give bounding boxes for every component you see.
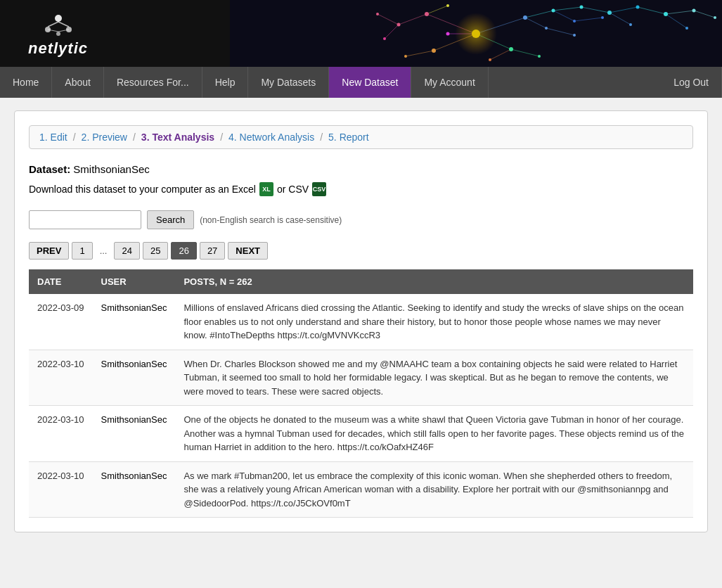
svg-point-42: [446, 4, 449, 7]
cell-date: 2022-03-10: [29, 350, 93, 406]
download-text: Download this dataset to your computer a…: [29, 184, 256, 195]
cell-post: Millions of enslaved Africans died cross…: [175, 294, 693, 350]
cell-post: One of the objects he donated to the mus…: [175, 406, 693, 462]
nav-my-datasets[interactable]: My Datasets: [248, 67, 329, 98]
col-posts: POSTS, N = 262: [175, 269, 693, 294]
logo-text: netlytic: [28, 39, 88, 58]
nav-help[interactable]: Help: [202, 67, 249, 98]
nav-new-dataset[interactable]: New Dataset: [329, 67, 411, 98]
svg-point-48: [376, 13, 379, 15]
svg-point-40: [446, 32, 450, 36]
svg-point-41: [397, 23, 401, 27]
search-input[interactable]: [29, 210, 141, 229]
cell-date: 2022-03-10: [29, 461, 93, 518]
cell-post: When Dr. Charles Blockson showed me and …: [175, 350, 693, 406]
svg-point-3: [56, 32, 60, 36]
svg-point-58: [692, 9, 696, 13]
cell-user: SmithsonianSec: [93, 461, 176, 518]
logo-icon: [41, 10, 76, 38]
nav-my-account[interactable]: My Account: [411, 67, 488, 98]
nav-home[interactable]: Home: [0, 67, 52, 98]
svg-point-54: [601, 16, 604, 19]
svg-point-39: [432, 49, 436, 53]
cell-user: SmithsonianSec: [93, 294, 176, 350]
search-bar: Search (non-English search is case-sensi…: [29, 210, 693, 229]
breadcrumb: 1. Edit / 2. Preview / 3. Text Analysis …: [29, 125, 693, 149]
svg-point-37: [523, 15, 527, 20]
svg-point-60: [714, 16, 716, 19]
pagination-dots: ...: [96, 243, 112, 259]
svg-point-35: [472, 30, 480, 38]
svg-point-50: [580, 6, 584, 9]
main-content: 1. Edit / 2. Preview / 3. Text Analysis …: [14, 110, 708, 532]
svg-point-38: [509, 47, 513, 51]
col-date: DATE: [29, 269, 93, 294]
svg-point-46: [489, 58, 491, 61]
svg-point-56: [629, 23, 632, 26]
breadcrumb-step-5[interactable]: 5. Report: [328, 132, 369, 143]
table-row: 2022-03-09 SmithsonianSec Millions of en…: [29, 294, 693, 350]
svg-point-51: [573, 20, 576, 23]
svg-point-52: [573, 34, 576, 37]
csv-icon[interactable]: CSV: [312, 182, 326, 196]
breadcrumb-sep-2: /: [133, 132, 136, 143]
table-header-row: DATE USER POSTS, N = 262: [29, 269, 693, 294]
breadcrumb-step-2[interactable]: 2. Preview: [82, 132, 127, 143]
svg-point-44: [545, 27, 548, 30]
svg-point-47: [404, 55, 407, 58]
search-note: (non-English search is case-sensitive): [200, 215, 342, 225]
main-nav: Home About Resources For... Help My Data…: [0, 67, 722, 98]
nav-logout[interactable]: Log Out: [661, 67, 722, 98]
table-row: 2022-03-10 SmithsonianSec As we mark #Tu…: [29, 461, 693, 518]
pagination-page-26[interactable]: 26: [171, 242, 196, 260]
pagination-page-27[interactable]: 27: [200, 242, 225, 260]
nav-resources[interactable]: Resources For...: [104, 67, 202, 98]
table-row: 2022-03-10 SmithsonianSec One of the obj…: [29, 406, 693, 462]
col-user: USER: [93, 269, 176, 294]
breadcrumb-step-3: 3. Text Analysis: [141, 132, 214, 143]
svg-point-55: [636, 6, 640, 9]
dataset-label: Dataset:: [29, 163, 70, 175]
excel-icon[interactable]: XL: [259, 182, 273, 196]
svg-point-53: [607, 11, 612, 15]
svg-line-5: [58, 22, 69, 27]
pagination-prev[interactable]: PREV: [29, 242, 69, 260]
logo: netlytic: [0, 10, 88, 58]
svg-point-49: [383, 37, 386, 40]
download-line: Download this dataset to your computer a…: [29, 182, 693, 196]
svg-line-4: [48, 22, 58, 27]
or-text: or CSV: [277, 184, 309, 195]
breadcrumb-sep-1: /: [73, 132, 76, 143]
cell-date: 2022-03-09: [29, 294, 93, 350]
pagination-page-25[interactable]: 25: [143, 242, 168, 260]
dataset-title: Dataset: SmithsonianSec: [29, 163, 693, 175]
pagination-page-24[interactable]: 24: [114, 242, 139, 260]
banner: netlytic: [0, 0, 722, 67]
pagination-next[interactable]: NEXT: [228, 242, 268, 260]
svg-point-0: [55, 15, 62, 22]
pagination: PREV 1 ... 24 25 26 27 NEXT: [29, 242, 693, 260]
breadcrumb-step-1[interactable]: 1. Edit: [39, 132, 67, 143]
search-button[interactable]: Search: [147, 210, 194, 229]
posts-table: DATE USER POSTS, N = 262 2022-03-09 Smit…: [29, 269, 693, 518]
svg-point-36: [425, 12, 429, 16]
svg-point-43: [552, 9, 555, 13]
svg-point-57: [664, 12, 668, 16]
nav-about[interactable]: About: [52, 67, 104, 98]
cell-post: As we mark #Tubman200, let us embrace th…: [175, 461, 693, 518]
svg-point-45: [538, 55, 541, 58]
svg-point-59: [685, 27, 688, 30]
dataset-name: SmithsonianSec: [73, 163, 149, 175]
breadcrumb-step-4[interactable]: 4. Network Analysis: [228, 132, 314, 143]
cell-date: 2022-03-10: [29, 406, 93, 462]
cell-user: SmithsonianSec: [93, 406, 176, 462]
pagination-page-1[interactable]: 1: [72, 242, 92, 260]
cell-user: SmithsonianSec: [93, 350, 176, 406]
network-bg-visual: [230, 0, 722, 67]
breadcrumb-sep-3: /: [220, 132, 223, 143]
breadcrumb-sep-4: /: [320, 132, 323, 143]
table-row: 2022-03-10 SmithsonianSec When Dr. Charl…: [29, 350, 693, 406]
